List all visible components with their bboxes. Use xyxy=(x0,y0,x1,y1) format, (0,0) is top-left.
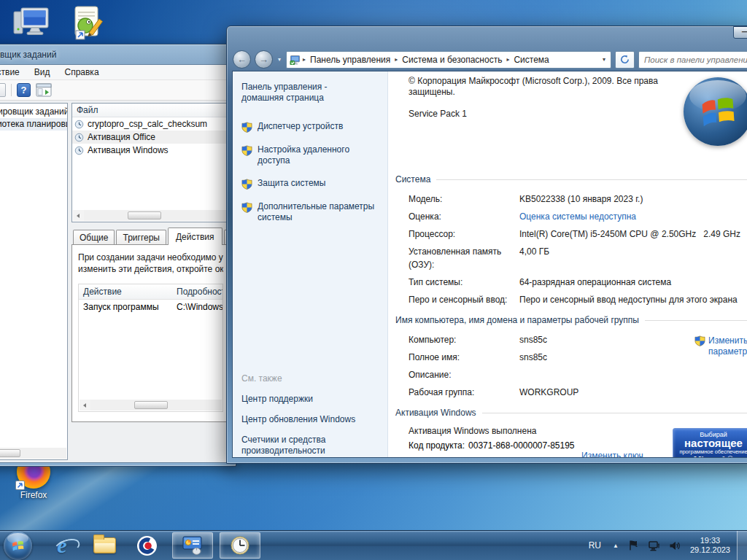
actions-table-row[interactable]: Запуск программы C:\Windows\System32 xyxy=(79,300,222,314)
scheduler-toolbar: ? xyxy=(0,80,232,101)
see-also-group: См. также Центр поддержки Центр обновлен… xyxy=(241,373,374,458)
menu-action[interactable]: Действие xyxy=(0,66,27,79)
help-icon[interactable]: ? xyxy=(17,83,31,97)
actions-table: Действие Подробности Запуск программы C:… xyxy=(78,284,223,412)
tab-triggers[interactable]: Триггеры xyxy=(116,230,166,245)
info-label: Тип системы: xyxy=(409,276,519,289)
tray-expand-icon[interactable]: ▲ xyxy=(608,542,624,549)
details-cell: C:\Windows\System32 xyxy=(172,300,222,314)
taskbar-button-task-scheduler[interactable] xyxy=(220,532,260,559)
tree-horizontal-scrollbar[interactable] xyxy=(0,448,66,459)
search-input[interactable] xyxy=(644,55,747,64)
list-horizontal-scrollbar[interactable] xyxy=(73,210,228,221)
clock-icon xyxy=(230,535,250,556)
breadcrumb-system[interactable]: Система xyxy=(511,55,551,65)
language-indicator[interactable]: RU xyxy=(582,540,608,551)
windows-logo-icon xyxy=(684,77,747,146)
info-label: Установленная память (ОЗУ): xyxy=(409,245,519,271)
section-computer-name: Имя компьютера, имя домена и параметры р… xyxy=(395,315,747,325)
refresh-button[interactable] xyxy=(615,51,635,69)
info-row-model: Модель: KB5022338 (10 января 2023 г.) xyxy=(409,192,747,206)
toolbar-separator xyxy=(11,84,12,96)
search-box[interactable] xyxy=(638,51,747,69)
task-clock-icon xyxy=(74,133,84,142)
system-info-rows: Модель: KB5022338 (10 января 2023 г.) Оц… xyxy=(409,192,747,306)
scroll-left-arrow-icon[interactable] xyxy=(80,400,90,411)
sidebar-item-action-center[interactable]: Центр поддержки xyxy=(241,394,367,405)
menu-help[interactable]: Справка xyxy=(57,66,106,79)
start-button[interactable] xyxy=(4,532,32,560)
desktop-icon-notepad-plus-plus[interactable] xyxy=(64,4,111,43)
show-console-tree-icon[interactable] xyxy=(36,83,52,97)
sidebar-item-device-manager[interactable]: Диспетчер устройств xyxy=(241,121,377,133)
minimize-button[interactable]: — xyxy=(733,26,747,39)
info-value: Перо и сенсорный ввод недоступны для это… xyxy=(519,293,738,306)
network-icon[interactable] xyxy=(643,540,665,551)
folder-icon xyxy=(93,537,116,553)
action-center-flag-icon[interactable] xyxy=(624,540,643,551)
sidebar-item-home[interactable]: Панель управления - домашняя страница xyxy=(241,82,358,104)
sidebar-item-advanced-settings[interactable]: Дополнительные параметры системы xyxy=(241,201,377,223)
system-tray: RU ▲ 19:33 29.12.2023 xyxy=(582,531,747,560)
column-header-file[interactable]: Файл xyxy=(72,104,229,117)
task-list-item[interactable]: Активация Windows xyxy=(72,144,229,157)
taskbar-icon-cryptopro[interactable] xyxy=(134,533,159,558)
scrollbar-thumb[interactable] xyxy=(0,449,20,457)
actions-horizontal-scrollbar[interactable] xyxy=(80,400,222,411)
column-header-action[interactable]: Действие xyxy=(79,284,172,299)
info-row-workgroup: Рабочая группа: WORKGROUP xyxy=(409,386,747,399)
task-list-item-selected[interactable]: Активация Office xyxy=(72,131,229,144)
task-list-item[interactable]: cryptopro_csp_calc_checksum xyxy=(72,117,229,131)
section-activation: Активация Windows xyxy=(395,408,747,418)
scheduler-tree-pane: Планировщик заданий (Локальный) Библиоте… xyxy=(0,103,68,460)
volume-icon[interactable] xyxy=(665,540,685,551)
taskbar-icon-internet-explorer[interactable]: e xyxy=(50,533,74,558)
tab-general[interactable]: Общие xyxy=(73,230,115,245)
info-label: Описание: xyxy=(409,368,519,381)
task-scheduler-window: Планировщик заданий Действие Вид Справка… xyxy=(0,44,236,467)
genuine-microsoft-badge[interactable]: Выбирай настоящее программное обеспечени… xyxy=(673,428,747,457)
uac-shield-icon xyxy=(241,122,252,133)
breadcrumb-chevron-icon: ▸ xyxy=(395,56,398,63)
taskbar-button-system-window[interactable] xyxy=(172,532,213,559)
control-panel-sidebar: Панель управления - домашняя страница Ди… xyxy=(233,71,388,457)
rating-link[interactable]: Оценка системы недоступна xyxy=(519,210,636,223)
sidebar-item-system-protection[interactable]: Защита системы xyxy=(241,178,377,190)
desktop-icon-computer[interactable] xyxy=(7,3,54,43)
forward-button[interactable]: → xyxy=(255,50,273,69)
section-title: Имя компьютера, имя домена и параметры р… xyxy=(395,315,639,325)
product-key-value: 00371-868-0000007-85195 xyxy=(468,440,574,451)
tree-item-task-library[interactable]: Библиотека планировщика заданий xyxy=(0,118,67,131)
scroll-left-arrow-icon[interactable] xyxy=(73,210,84,221)
firefox-label: Firefox xyxy=(10,490,57,500)
toolbar-icon-export[interactable] xyxy=(0,83,6,97)
change-product-key-link[interactable]: Изменить ключ продукта xyxy=(581,451,647,457)
sidebar-item-performance-tools[interactable]: Счетчики и средства производительности xyxy=(241,435,367,456)
task-name: Активация Windows xyxy=(88,145,169,155)
recent-pages-caret-icon[interactable]: ▾ xyxy=(276,56,282,63)
info-label: Модель: xyxy=(409,192,519,206)
scrollbar-thumb[interactable] xyxy=(128,211,161,219)
breadcrumb-system-security[interactable]: Система и безопасность xyxy=(400,55,504,65)
system-titlebar[interactable]: — xyxy=(227,26,747,48)
breadcrumb[interactable]: ▸ Панель управления ▸ Система и безопасн… xyxy=(286,51,611,69)
back-button[interactable]: ← xyxy=(233,50,251,69)
tree-item-scheduler-root[interactable]: Планировщик заданий (Локальный) xyxy=(0,106,67,118)
actions-description-line2: изменить эти действия, откройте окно xyxy=(78,263,223,275)
breadcrumb-control-panel[interactable]: Панель управления xyxy=(308,55,392,65)
change-settings-link[interactable]: Изменить параметры xyxy=(694,335,747,357)
info-value: KB5022338 (10 января 2023 г.) xyxy=(519,192,643,206)
sidebar-item-label: Настройка удаленного доступа xyxy=(258,144,377,166)
column-header-details[interactable]: Подробности xyxy=(172,284,222,299)
show-desktop-button[interactable] xyxy=(737,531,747,560)
tab-actions[interactable]: Действия xyxy=(168,228,222,245)
scrollbar-thumb[interactable] xyxy=(134,401,168,409)
breadcrumb-dropdown-caret-icon[interactable]: ▾ xyxy=(603,56,608,63)
scheduler-titlebar[interactable]: Планировщик заданий xyxy=(0,44,236,63)
sidebar-item-remote-settings[interactable]: Настройка удаленного доступа xyxy=(241,144,377,166)
info-row-memory: Установленная память (ОЗУ): 4,00 ГБ xyxy=(409,245,747,271)
clock[interactable]: 19:33 29.12.2023 xyxy=(685,536,737,555)
taskbar-icon-explorer[interactable] xyxy=(92,533,117,558)
menu-view[interactable]: Вид xyxy=(27,66,58,79)
sidebar-item-windows-update[interactable]: Центр обновления Windows xyxy=(241,414,367,425)
